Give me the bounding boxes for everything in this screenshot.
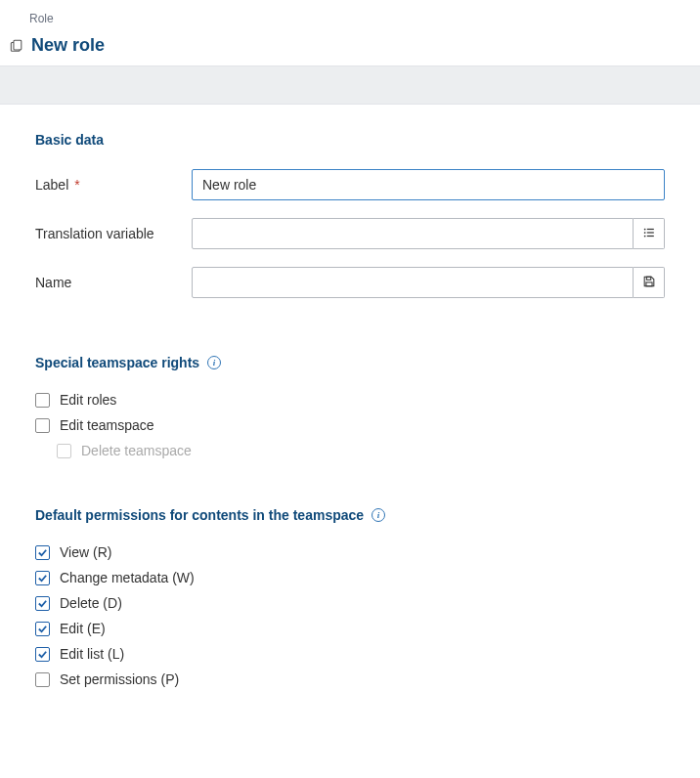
svg-rect-2 xyxy=(646,228,653,229)
permission-label: Delete (D) xyxy=(60,595,122,611)
permission-checkbox[interactable] xyxy=(35,672,50,687)
special-right-checkbox[interactable] xyxy=(35,418,50,433)
name-input[interactable] xyxy=(192,267,634,298)
permission-row: Delete (D) xyxy=(35,595,665,611)
permission-row: Change metadata (W) xyxy=(35,570,665,585)
special-right-label: Edit roles xyxy=(60,392,116,408)
svg-point-1 xyxy=(643,228,645,230)
permission-checkbox[interactable] xyxy=(35,596,50,611)
required-marker: * xyxy=(74,177,79,193)
list-icon xyxy=(642,226,656,242)
svg-point-3 xyxy=(643,232,645,234)
translation-variable-input[interactable] xyxy=(192,218,634,249)
permission-checkbox[interactable] xyxy=(35,571,50,585)
label-name: Name xyxy=(35,275,192,290)
permission-row: Set permissions (P) xyxy=(35,671,665,687)
permission-label: Edit (E) xyxy=(60,621,106,636)
page-title-row: New role xyxy=(0,29,700,65)
label-label: Label xyxy=(35,177,68,193)
svg-rect-4 xyxy=(646,232,653,233)
permission-row: Edit (E) xyxy=(35,621,665,636)
translation-list-button[interactable] xyxy=(634,218,665,249)
label-translation-variable: Translation variable xyxy=(35,226,192,241)
permission-label: Edit list (L) xyxy=(60,646,124,662)
svg-rect-6 xyxy=(646,235,653,236)
permission-label: Set permissions (P) xyxy=(60,671,179,687)
label-input[interactable] xyxy=(192,169,665,200)
svg-rect-7 xyxy=(646,277,650,280)
section-basic-data-title: Basic data xyxy=(35,132,665,148)
page-title: New role xyxy=(31,35,105,56)
permission-label: Change metadata (W) xyxy=(60,570,195,585)
field-row-translation: Translation variable xyxy=(35,218,665,249)
special-right-checkbox[interactable] xyxy=(35,393,50,408)
copy-icon xyxy=(10,39,23,53)
section-default-permissions-label: Default permissions for contents in the … xyxy=(35,507,364,523)
field-row-name: Name xyxy=(35,267,665,298)
special-right-row: Edit teamspace xyxy=(35,417,665,433)
save-icon xyxy=(642,275,656,291)
svg-rect-8 xyxy=(645,281,651,285)
special-right-label: Edit teamspace xyxy=(60,417,154,433)
special-right-row: Edit roles xyxy=(35,392,665,408)
info-icon[interactable]: i xyxy=(207,356,221,369)
permission-row: Edit list (L) xyxy=(35,646,665,662)
name-save-button[interactable] xyxy=(634,267,665,298)
toolbar-bar xyxy=(0,65,700,105)
permission-row: View (R) xyxy=(35,544,665,560)
permission-checkbox[interactable] xyxy=(35,545,50,560)
svg-rect-0 xyxy=(14,40,22,50)
permission-checkbox[interactable] xyxy=(35,622,50,636)
svg-point-5 xyxy=(643,235,645,237)
section-default-permissions-title: Default permissions for contents in the … xyxy=(35,507,665,523)
permission-label: View (R) xyxy=(60,544,111,560)
section-special-rights-title: Special teamspace rights i xyxy=(35,355,665,370)
special-right-checkbox xyxy=(57,444,71,458)
special-right-row: Delete teamspace xyxy=(57,443,665,458)
info-icon[interactable]: i xyxy=(372,508,385,522)
breadcrumb: Role xyxy=(0,0,700,29)
special-right-label: Delete teamspace xyxy=(81,443,192,458)
permission-checkbox[interactable] xyxy=(35,647,50,662)
section-special-rights-label: Special teamspace rights xyxy=(35,355,199,370)
field-row-label: Label * xyxy=(35,169,665,200)
